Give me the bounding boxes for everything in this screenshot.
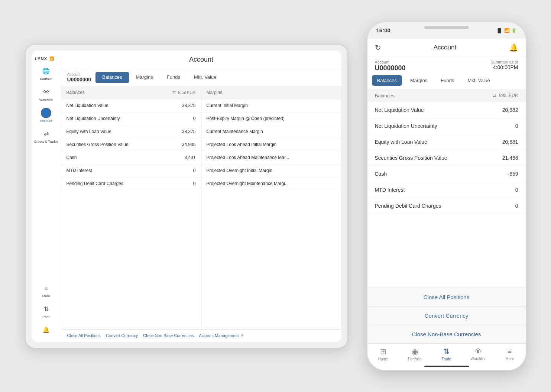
- margin-row-cim: Current Initial Margin: [201, 99, 341, 112]
- sidebar-item-orders[interactable]: ⇄ Orders & Trades: [32, 126, 61, 146]
- sort-arrows-icon: ⇄: [493, 93, 496, 98]
- margin-row-poim: Projected Overnight Initial Margin: [201, 164, 341, 177]
- sidebar-item-account[interactable]: 👤 Account: [32, 105, 61, 126]
- tablet-account-info: Account U0000000: [67, 72, 91, 82]
- phone-value-cash: -659: [508, 171, 518, 177]
- balance-value-sgpv: 34,935: [182, 142, 196, 147]
- balance-label-nlu: Net Liquidation Uncertainty: [67, 116, 120, 121]
- phone-label-mtd: MTD Interest: [375, 187, 405, 193]
- margin-label-poim: Projected Overnight Initial Margin: [207, 168, 272, 173]
- more-icon: ≡: [41, 283, 51, 294]
- phone-tab-balances[interactable]: Balances: [372, 75, 402, 86]
- phone-notch: [424, 26, 469, 29]
- phone-nav-more[interactable]: ≡ More: [494, 347, 525, 361]
- margins-panel: Margins Current Initial Margin Post-Expi…: [201, 86, 341, 329]
- phone-status-bar: 16:00 ▐▌ 📶 🔋: [367, 22, 526, 39]
- account-icon: 👤: [41, 108, 51, 118]
- phone-nav-portfolio[interactable]: ◉ Portfolio: [399, 347, 431, 361]
- balance-value-mtd: 0: [193, 168, 196, 173]
- phone-section-header: Balances ⇄ Total EUR: [367, 89, 526, 102]
- phone-balance-row-mtd: MTD Interest 0: [367, 182, 526, 198]
- tab-mktvalue[interactable]: Mkt. Value: [187, 72, 223, 83]
- sidebar-item-more[interactable]: ≡ More: [32, 280, 61, 301]
- sidebar-item-watchlist[interactable]: 👁 Watchlist: [32, 84, 61, 105]
- margins-panel-header: Margins: [201, 86, 341, 99]
- close-all-positions-button[interactable]: Close All Positions: [367, 288, 526, 306]
- tab-margins[interactable]: Margins: [129, 72, 160, 83]
- convert-currency-link[interactable]: Convert Currency: [106, 333, 138, 338]
- balance-value-pdcc: 0: [193, 181, 196, 186]
- phone-header-title: Account: [434, 44, 456, 51]
- phone-label-nlv: Net Liquidation Value: [375, 107, 424, 113]
- orders-icon: ⇄: [41, 129, 51, 139]
- margin-label-pemop: Post-Expiry Margin @ Open (predicted): [207, 116, 285, 121]
- balances-panel: Balances ⇄ Total EUR Net Liquidation Val…: [61, 86, 201, 329]
- balance-label-pdcc: Pending Debit Card Charges: [67, 181, 123, 186]
- notification-icon: 🔔: [41, 325, 51, 335]
- margin-row-plaim: Projected Look Ahead Initial Margin: [201, 138, 341, 151]
- trade-nav-label: Trade: [442, 357, 451, 361]
- tablet-device: LYNX 📶 🌐 Portfolio 👁 Watchlist 👤 Account: [25, 44, 348, 349]
- phone-balance-row-sgpv: Securities Gross Position Value 21,466: [367, 150, 526, 166]
- sidebar-item-portfolio[interactable]: 🌐 Portfolio: [32, 63, 61, 84]
- phone-home-bar: [424, 366, 469, 367]
- phone-home-indicator: [367, 363, 526, 370]
- sidebar-item-trade[interactable]: ⇅ Trade: [32, 301, 61, 322]
- margin-label-cim: Current Initial Margin: [207, 103, 248, 108]
- refresh-icon[interactable]: ↻: [375, 43, 381, 52]
- phone-actions: Close All Positions Convert Currency Clo…: [367, 288, 526, 344]
- tablet-account-label: Account: [67, 72, 91, 77]
- portfolio-icon: 🌐: [41, 66, 51, 77]
- phone-balance-list: Net Liquidation Value 20,882 Net Liquida…: [367, 102, 526, 288]
- bell-icon[interactable]: 🔔: [509, 43, 518, 52]
- tablet-header-title: Account: [61, 51, 341, 69]
- lynx-logo: LYNX: [35, 56, 47, 61]
- phone-value-pdcc: 0: [515, 203, 518, 209]
- sidebar-item-notification[interactable]: 🔔: [32, 322, 61, 338]
- phone-nav-trade[interactable]: ⇅ Trade: [431, 347, 462, 361]
- phone-label-pdcc: Pending Debit Card Charges: [375, 203, 441, 209]
- phone-balance-row-ewlv: Equity with Loan Value 20,881: [367, 134, 526, 150]
- wifi-icon: 📶: [49, 56, 54, 61]
- orders-label: Orders & Trades: [34, 140, 58, 143]
- margin-row-plamm: Projected Look Ahead Maintenance Mar...: [201, 151, 341, 164]
- balances-panel-header: Balances ⇄ Total EUR: [61, 86, 201, 99]
- wifi-icon-phone: 📶: [504, 28, 510, 33]
- phone-label-cash: Cash: [375, 171, 387, 177]
- phone-tab-margins[interactable]: Margins: [405, 75, 432, 86]
- phone-balance-row-nlu: Net Liquidation Uncertainty 0: [367, 118, 526, 134]
- more-label: More: [42, 294, 50, 298]
- phone-label-nlu: Net Liquidation Uncertainty: [375, 123, 437, 129]
- phone-value-mtd: 0: [515, 187, 518, 193]
- close-non-base-currencies-link[interactable]: Close Non-Base Currencies: [143, 333, 194, 338]
- phone-balance-row-cash: Cash -659: [367, 166, 526, 182]
- tablet-main: Account Account U0000000 Balances Margin…: [61, 51, 341, 342]
- watchlist-nav-icon: 👁: [474, 347, 482, 356]
- home-nav-label: Home: [378, 357, 388, 361]
- trade-nav-icon: ⇅: [443, 347, 450, 356]
- balance-row-nlu: Net Liquidation Uncertainty 0: [61, 112, 201, 125]
- tab-funds[interactable]: Funds: [160, 72, 187, 83]
- account-management-link[interactable]: Account Management ↗: [199, 333, 243, 338]
- balance-label-ewlv: Equity with Loan Value: [67, 129, 111, 134]
- phone-device: 16:00 ▐▌ 📶 🔋 ↻ Account 🔔 Account U000000…: [367, 22, 526, 371]
- phone-account-left: Account U0000000: [375, 60, 406, 72]
- close-all-positions-link[interactable]: Close All Positions: [67, 333, 101, 338]
- phone-section-title: Balances: [375, 93, 395, 98]
- balance-row-pdcc: Pending Debit Card Charges 0: [61, 177, 201, 190]
- phone-summary-time: 4:00:00PM: [491, 64, 518, 70]
- tablet-top-bar: LYNX 📶: [32, 54, 61, 63]
- balance-label-nlv: Net Liquidation Value: [67, 103, 108, 108]
- phone-nav-watchlist[interactable]: 👁 Watchlist: [462, 347, 494, 361]
- phone-nav-home[interactable]: ⊞ Home: [367, 347, 399, 361]
- battery-icon: 🔋: [511, 28, 517, 33]
- trade-label: Trade: [42, 315, 50, 319]
- phone-summary: Summary as of 4:00:00PM: [491, 60, 518, 70]
- phone-value-nlu: 0: [515, 123, 518, 129]
- tab-balances[interactable]: Balances: [95, 72, 129, 83]
- phone-summary-label: Summary as of: [491, 60, 518, 64]
- phone-tab-funds[interactable]: Funds: [435, 75, 459, 86]
- phone-tab-mktvalue[interactable]: Mkt. Value: [462, 75, 495, 86]
- close-non-base-currencies-button[interactable]: Close Non-Base Currencies: [367, 325, 526, 343]
- convert-currency-button[interactable]: Convert Currency: [367, 307, 526, 325]
